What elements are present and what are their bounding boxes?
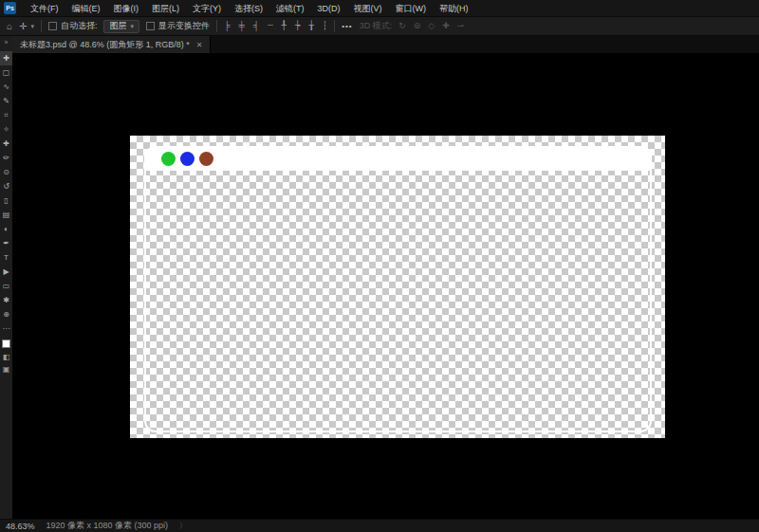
- collapse-toolbar-icon[interactable]: »: [5, 37, 9, 48]
- menu-item[interactable]: 选择(S): [228, 0, 269, 17]
- hand-tool[interactable]: ✱: [0, 293, 12, 307]
- 3d-mode-label: 3D 模式:: [360, 20, 393, 32]
- align-icon[interactable]: ╡: [253, 22, 259, 30]
- window-outline-shape: [144, 146, 652, 432]
- menu-item[interactable]: 编辑(E): [65, 0, 107, 17]
- menu-item[interactable]: 帮助(H): [433, 0, 475, 17]
- auto-select-label: 自动选择:: [61, 20, 98, 32]
- home-icon[interactable]: ⌂: [7, 22, 12, 31]
- 3d-mode-icon: ⇀: [457, 22, 465, 30]
- main-area: 未标题3.psd @ 48.6% (圆角矩形 1, RGB/8) * ✕: [12, 36, 759, 519]
- pen-tool[interactable]: ✒: [0, 236, 12, 250]
- path-selection-tool[interactable]: ▶: [0, 265, 12, 279]
- align-icon[interactable]: ╞: [224, 22, 230, 30]
- menu-item[interactable]: 3D(D): [311, 0, 347, 17]
- 3d-mode-icon: ✚: [442, 22, 450, 30]
- workspace: » ✛▢∿✎⌗✧✚✏⊙↺▯▤◐✒T▶▭✱⊕⋯ ◧ ▣ 未标题3.psd @ 48…: [0, 36, 759, 519]
- more-options-button[interactable]: •••: [342, 22, 352, 30]
- status-chevron-icon[interactable]: 〉: [179, 521, 187, 531]
- artwork-circle: [161, 152, 176, 166]
- align-icon[interactable]: ┄: [268, 22, 272, 30]
- menu-item[interactable]: 文件(F): [24, 0, 65, 17]
- shape-tool[interactable]: ▭: [0, 279, 12, 293]
- foreground-color-swatch[interactable]: [2, 339, 10, 348]
- align-icon[interactable]: ╀: [282, 22, 287, 30]
- zoom-level-field[interactable]: 48.63%: [6, 522, 35, 531]
- menu-bar: Ps 文件(F)编辑(E)图像(I)图层(L)文字(Y)选择(S)滤镜(T)3D…: [0, 0, 759, 17]
- photoshop-logo-icon: Ps: [4, 2, 16, 14]
- document-tab-bar: 未标题3.psd @ 48.6% (圆角矩形 1, RGB/8) * ✕: [12, 36, 759, 53]
- options-bar: ⌂ ✛ ▾ 自动选择: 图层 ▾ 显示变换控件 ╞╪╡┄╀┾╁┆ ••• 3D …: [0, 17, 759, 36]
- menu-item[interactable]: 滤镜(T): [269, 0, 311, 17]
- menu-item[interactable]: 窗口(W): [389, 0, 434, 17]
- auto-select-value: 图层: [109, 20, 126, 32]
- auto-select-dropdown[interactable]: 图层 ▾: [103, 20, 139, 33]
- marquee-tool[interactable]: ▢: [0, 65, 12, 80]
- show-transform-label: 显示变换控件: [158, 20, 210, 32]
- window-titlebar-shape: [144, 146, 652, 171]
- align-icon[interactable]: ╁: [308, 22, 313, 30]
- document-info: 1920 像素 x 1080 像素 (300 ppi): [46, 520, 169, 532]
- tools: ✛▢∿✎⌗✧✚✏⊙↺▯▤◐✒T▶▭✱⊕⋯: [0, 51, 12, 336]
- clone-stamp-tool[interactable]: ⊙: [0, 165, 12, 179]
- history-brush-tool[interactable]: ↺: [0, 179, 12, 193]
- align-icon[interactable]: ┾: [295, 22, 300, 30]
- auto-select-checkbox[interactable]: [48, 22, 57, 30]
- document-tab-title: 未标题3.psd @ 48.6% (圆角矩形 1, RGB/8) *: [20, 39, 190, 51]
- 3d-mode-icon: ⊚: [414, 22, 421, 30]
- align-icon[interactable]: ╪: [238, 22, 244, 30]
- tool-strip: » ✛▢∿✎⌗✧✚✏⊙↺▯▤◐✒T▶▭✱⊕⋯ ◧ ▣: [0, 36, 12, 519]
- artwork-circle: [199, 152, 213, 166]
- menu-item[interactable]: 图层(L): [145, 0, 186, 17]
- edit-toolbar[interactable]: ⋯: [0, 321, 12, 336]
- tool-preset-button[interactable]: ✛ ▾: [19, 22, 34, 31]
- 3d-mode-icon: ↻: [398, 22, 406, 30]
- type-tool[interactable]: T: [0, 250, 12, 265]
- document-tab[interactable]: 未标题3.psd @ 48.6% (圆角矩形 1, RGB/8) * ✕: [12, 36, 211, 53]
- divider: [334, 20, 335, 32]
- menu-item[interactable]: 图像(I): [107, 0, 146, 17]
- gradient-tool[interactable]: ▤: [0, 208, 12, 222]
- divider: [41, 20, 42, 32]
- quick-mask-icon[interactable]: ◧: [3, 351, 10, 363]
- menu-item[interactable]: 视图(V): [347, 0, 389, 17]
- chevron-down-icon: ▾: [30, 23, 34, 30]
- chevron-down-icon: ▾: [130, 23, 134, 30]
- dodge-tool[interactable]: ◐: [0, 222, 12, 236]
- lasso-tool[interactable]: ∿: [0, 80, 12, 94]
- move-tool-icon: ✛: [19, 22, 27, 31]
- menu-items: 文件(F)编辑(E)图像(I)图层(L)文字(Y)选择(S)滤镜(T)3D(D)…: [24, 0, 475, 17]
- close-icon[interactable]: ✕: [196, 41, 203, 49]
- 3d-mode-icon: ◇: [428, 22, 435, 30]
- photoshop-window: Ps 文件(F)编辑(E)图像(I)图层(L)文字(Y)选择(S)滤镜(T)3D…: [0, 0, 759, 532]
- zoom-tool[interactable]: ⊕: [0, 307, 12, 321]
- align-icon[interactable]: ┆: [323, 22, 327, 30]
- eraser-tool[interactable]: ▯: [0, 193, 12, 208]
- show-transform-checkbox[interactable]: [146, 22, 155, 30]
- crop-tool[interactable]: ⌗: [0, 108, 12, 122]
- 3d-mode-buttons: ↻⊚◇✚⇀: [398, 22, 464, 30]
- menu-item[interactable]: 文字(Y): [186, 0, 228, 17]
- brush-tool[interactable]: ✏: [0, 151, 12, 165]
- status-bar: 48.63% 1920 像素 x 1080 像素 (300 ppi) 〉: [0, 519, 759, 532]
- pasteboard: [12, 53, 759, 519]
- align-buttons: ╞╪╡┄╀┾╁┆: [224, 22, 327, 30]
- healing-brush-tool[interactable]: ✚: [0, 137, 12, 151]
- move-tool[interactable]: ✛: [0, 51, 12, 65]
- document-canvas[interactable]: [130, 136, 665, 438]
- quick-selection-tool[interactable]: ✎: [0, 94, 12, 108]
- artwork-circle: [180, 152, 194, 166]
- screen-mode-icon[interactable]: ▣: [3, 363, 10, 376]
- divider: [216, 20, 217, 32]
- eyedropper-tool[interactable]: ✧: [0, 122, 12, 137]
